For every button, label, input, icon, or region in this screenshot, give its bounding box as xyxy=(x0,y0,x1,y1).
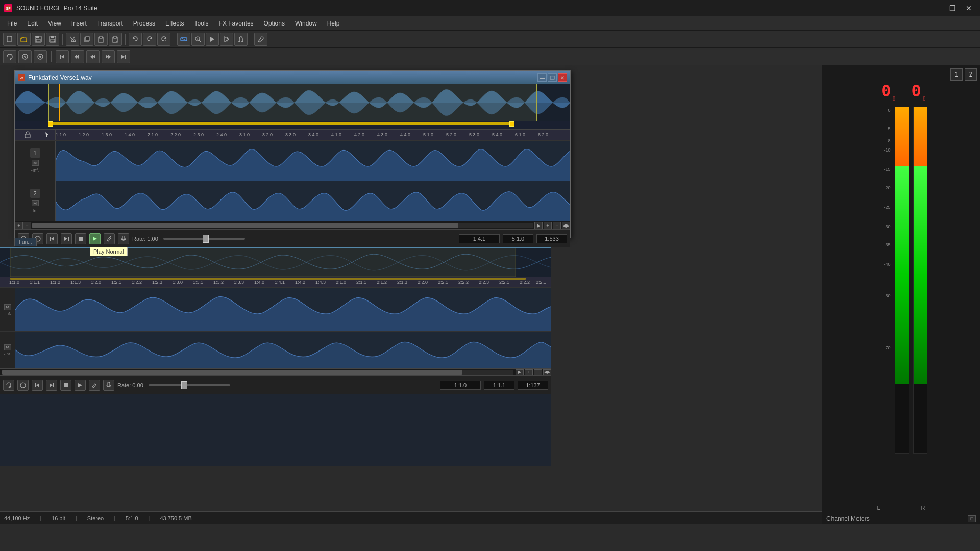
copy-button[interactable] xyxy=(80,33,93,46)
menu-file[interactable]: File xyxy=(2,18,22,29)
cursor-indicator xyxy=(40,130,56,140)
lower-h-scroll-track[interactable] xyxy=(2,370,513,375)
loop-end-marker[interactable] xyxy=(509,121,514,127)
loop-toggle[interactable] xyxy=(3,50,16,63)
lower-play-from-cursor[interactable]: ▶ xyxy=(516,369,524,375)
lower-ch2-db: -Inf. xyxy=(4,352,11,356)
lower-transport-prev[interactable] xyxy=(32,380,43,391)
lower-transport-mic[interactable] xyxy=(103,380,114,391)
skip-to-end[interactable] xyxy=(117,50,130,63)
lower-ch2-waveform[interactable] xyxy=(15,332,551,368)
paste-button[interactable] xyxy=(94,33,108,46)
lower-transport-play[interactable] xyxy=(75,380,86,391)
snap-button[interactable] xyxy=(206,33,219,46)
rate-slider-upper[interactable] xyxy=(163,238,245,240)
new-button[interactable] xyxy=(3,33,16,46)
lower-zoom-in[interactable]: + xyxy=(525,369,533,375)
file-tab[interactable]: Fun... xyxy=(14,238,37,246)
loop-start-marker[interactable] xyxy=(48,121,53,127)
play-from-cursor[interactable]: ▶ xyxy=(534,222,543,229)
transport-play-normal[interactable]: Play Normal xyxy=(89,233,101,244)
ruler-mark: 5:1.0 xyxy=(423,132,433,137)
rate-thumb-lower[interactable] xyxy=(181,381,187,389)
vu-btn-2[interactable]: 2 xyxy=(965,68,977,81)
transport-pencil[interactable] xyxy=(104,233,115,244)
svg-marker-33 xyxy=(108,55,111,59)
rewind-button[interactable] xyxy=(86,50,100,63)
open-button[interactable] xyxy=(17,33,31,46)
undo-button[interactable] xyxy=(129,33,142,46)
paste-special-button[interactable]: + xyxy=(109,33,122,46)
fast-forward-button[interactable] xyxy=(102,50,115,63)
snap2-button[interactable] xyxy=(220,33,233,46)
transport-mic[interactable] xyxy=(118,233,129,244)
lower-ch1-waveform[interactable] xyxy=(15,288,551,331)
rate-thumb-upper[interactable] xyxy=(203,235,209,243)
lower-zoom-fit[interactable]: ◀▶ xyxy=(543,369,551,375)
lower-zoom-out[interactable]: − xyxy=(534,369,542,375)
wave-title-bar: W Funkdafied Verse1.wav — ❐ ✕ xyxy=(15,71,570,84)
skip-to-start[interactable] xyxy=(56,50,69,63)
rate-slider-lower[interactable] xyxy=(149,384,230,386)
menu-help[interactable]: Help xyxy=(322,18,345,29)
wave-close[interactable]: ✕ xyxy=(558,73,567,82)
menu-options[interactable]: Options xyxy=(259,18,290,29)
transport-stop[interactable] xyxy=(75,233,86,244)
menu-view[interactable]: View xyxy=(43,18,66,29)
vu-r-label: R xyxy=(921,505,925,511)
vu-panel-minimize[interactable]: □ xyxy=(968,515,976,522)
wave-minimize[interactable]: — xyxy=(537,73,547,82)
menu-edit[interactable]: Edit xyxy=(22,18,43,29)
redo-button[interactable] xyxy=(143,33,156,46)
zoom-in-btn[interactable]: + xyxy=(544,222,552,229)
scroll-remove-btn[interactable]: − xyxy=(23,222,31,229)
transport-prev[interactable] xyxy=(46,233,58,244)
h-scroll-track[interactable] xyxy=(32,223,533,228)
ch2-m-btn[interactable]: M xyxy=(32,200,39,206)
menu-insert[interactable]: Insert xyxy=(66,18,92,29)
channel-2-waveform[interactable] xyxy=(56,181,570,221)
scroll-add-btn[interactable]: + xyxy=(15,222,23,229)
save-button[interactable] xyxy=(32,33,45,46)
lower-ch1-m-btn[interactable]: M xyxy=(4,304,11,310)
vu-btn-1[interactable]: 1 xyxy=(950,68,963,81)
lower-transport-loop2[interactable] xyxy=(17,380,29,391)
menu-effects[interactable]: Effects xyxy=(160,18,189,29)
cut-button[interactable] xyxy=(66,33,79,46)
zoom-out-btn[interactable]: − xyxy=(553,222,561,229)
loop-selection[interactable] xyxy=(48,84,536,121)
record-button[interactable] xyxy=(34,50,47,63)
lower-ch2-m-btn[interactable]: M xyxy=(4,344,11,350)
loop-toggle2[interactable] xyxy=(18,50,32,63)
loop-bar xyxy=(48,122,514,125)
ch1-m-btn[interactable]: M xyxy=(32,160,39,166)
channel-1-waveform[interactable] xyxy=(56,141,570,181)
wrench-button[interactable] xyxy=(254,33,267,46)
lower-transport-stop[interactable] xyxy=(60,380,71,391)
previous-button[interactable] xyxy=(71,50,84,63)
menu-transport[interactable]: Transport xyxy=(92,18,128,29)
zoom-fit-btn[interactable]: ◀▶ xyxy=(562,222,570,229)
lower-transport-pencil[interactable] xyxy=(89,380,100,391)
magnetize-button[interactable] xyxy=(234,33,248,46)
position-display-lower: 1:1.0 xyxy=(440,381,481,390)
lower-window: 1:1.0 1:1.1 1:1.2 1:1.3 1:2.0 1:2.1 1:2.… xyxy=(0,247,551,466)
menu-tools[interactable]: Tools xyxy=(189,18,214,29)
menu-bar: File Edit View Insert Transport Process … xyxy=(0,16,980,31)
menu-window[interactable]: Window xyxy=(290,18,322,29)
menu-process[interactable]: Process xyxy=(128,18,160,29)
lower-transport-loop[interactable] xyxy=(3,380,14,391)
ruler-mark: 1:3.0 xyxy=(102,132,112,137)
wave-maximize[interactable]: ❐ xyxy=(548,73,557,82)
save-as-button[interactable]: + xyxy=(46,33,59,46)
redo2-button[interactable]: * xyxy=(157,33,170,46)
maximize-button[interactable]: ❐ xyxy=(945,3,960,14)
zoom-select-button[interactable]: + xyxy=(191,33,205,46)
close-button[interactable]: ✕ xyxy=(962,3,976,14)
lower-transport-next[interactable] xyxy=(46,380,57,391)
minimize-button[interactable]: — xyxy=(929,3,943,14)
ruler-mark: 2:2.0 xyxy=(170,132,181,137)
menu-fx-favorites[interactable]: FX Favorites xyxy=(214,18,259,29)
trim-button[interactable] xyxy=(177,33,190,46)
transport-next[interactable] xyxy=(61,233,72,244)
